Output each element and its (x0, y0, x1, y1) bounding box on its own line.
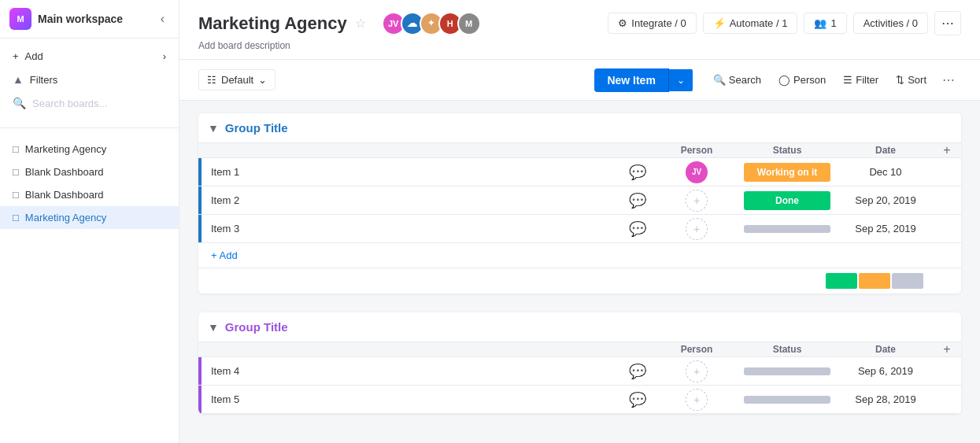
sidebar-divider (0, 127, 179, 128)
summary-working (859, 273, 890, 289)
board-name: Blank Dashboard (25, 166, 104, 178)
row-date: Dec 10 (838, 166, 933, 178)
row-comment[interactable]: 💬 (618, 391, 657, 408)
status-badge[interactable] (744, 367, 830, 375)
row-item-name[interactable]: Item 5 (202, 386, 618, 413)
group-2-chevron[interactable]: ▼ (208, 321, 219, 334)
row-status[interactable]: Done (736, 191, 838, 210)
summary-pills (826, 273, 923, 289)
collapse-button[interactable]: ‹ (156, 10, 169, 28)
view-selector[interactable]: ☷ Default ⌄ (198, 69, 276, 90)
board-avatars: JV ☁ ✦ H M (382, 12, 481, 35)
col-date-header: Date (838, 145, 933, 156)
board-name: Marketing Agency (25, 143, 106, 155)
table-row: Item 1 💬 JV Working on it Dec 10 (198, 158, 961, 186)
automate-button[interactable]: ⚡ Automate / 1 (703, 13, 798, 34)
col-date-header: Date (838, 344, 933, 355)
summary-bar (198, 268, 961, 293)
status-badge[interactable]: Done (744, 191, 830, 210)
row-status[interactable] (736, 225, 838, 233)
sidebar-item-board-4[interactable]: □ Marketing Agency (0, 206, 179, 229)
row-comment[interactable]: 💬 (618, 192, 657, 209)
person-empty-avatar[interactable]: + (686, 218, 708, 240)
col-name-header (202, 144, 618, 157)
board-actions: ⚙ Integrate / 0 ⚡ Automate / 1 👥 1 Activ… (608, 11, 961, 35)
sidebar-item-board-1[interactable]: □ Marketing Agency (0, 138, 179, 161)
filter-button[interactable]: ☰ Filter (835, 69, 886, 90)
people-icon: 👥 (814, 17, 827, 29)
comment-icon[interactable]: 💬 (629, 363, 646, 380)
row-status[interactable] (736, 367, 838, 375)
board-description[interactable]: Add board description (198, 40, 961, 51)
col-add-button[interactable]: + (933, 342, 961, 356)
group-2-header: ▼ Group Title (198, 312, 961, 341)
star-icon[interactable]: ☆ (355, 16, 366, 31)
row-person[interactable]: + (657, 360, 736, 382)
row-person[interactable]: JV (657, 161, 736, 183)
add-row-button[interactable]: + Add (198, 243, 961, 268)
chevron-right-icon: › (163, 50, 166, 62)
table-row: Item 3 💬 + Sep 25, 2019 (198, 215, 961, 243)
add-button[interactable]: + Add › (0, 45, 179, 68)
group-1-chevron[interactable]: ▼ (208, 122, 219, 135)
person-empty-avatar[interactable]: + (686, 190, 708, 212)
brand-avatar: M (9, 8, 31, 30)
person-label: Person (793, 74, 826, 86)
status-badge[interactable]: Working on it (744, 163, 830, 182)
row-status[interactable] (736, 396, 838, 404)
row-comment[interactable]: 💬 (618, 220, 657, 238)
new-item-dropdown-button[interactable]: ⌄ (669, 69, 693, 91)
col-person-header: Person (657, 344, 736, 355)
row-date: Sep 28, 2019 (838, 393, 933, 405)
new-item-button[interactable]: New Item (594, 68, 668, 92)
view-label: Default (221, 74, 253, 86)
board-title-row: Marketing Agency ☆ JV ☁ ✦ H M ⚙ Integrat… (198, 11, 961, 35)
filters-item[interactable]: ▲ Filters (0, 68, 179, 91)
sort-icon: ⇅ (896, 74, 904, 86)
person-button[interactable]: ◯ Person (771, 69, 834, 90)
filters-label: Filters (30, 74, 57, 86)
search-button[interactable]: 🔍 Search (705, 69, 769, 90)
row-person[interactable]: + (657, 218, 736, 240)
comment-icon[interactable]: 💬 (629, 220, 646, 238)
col-status-header: Status (736, 344, 838, 355)
row-status[interactable]: Working on it (736, 163, 838, 182)
row-comment[interactable]: 💬 (618, 363, 657, 380)
search-label: Search (729, 74, 761, 86)
board-title: Marketing Agency (198, 13, 347, 34)
filter-icon: ▲ (13, 73, 24, 86)
toolbar-more-button[interactable]: ⋯ (936, 68, 961, 92)
sidebar-item-board-3[interactable]: □ Blank Dashboard (0, 183, 179, 206)
search-item[interactable]: 🔍 Search boards... (0, 91, 179, 115)
workspace-name: Main workspace (38, 13, 123, 25)
row-person[interactable]: + (657, 389, 736, 411)
row-comment[interactable]: 💬 (618, 164, 657, 181)
row-item-name[interactable]: Item 3 (202, 215, 618, 242)
comment-icon[interactable]: 💬 (629, 164, 646, 181)
row-item-name[interactable]: Item 4 (202, 357, 618, 385)
status-badge[interactable] (744, 225, 830, 233)
sort-button[interactable]: ⇅ Sort (888, 69, 934, 90)
header-more-button[interactable]: ⋯ (934, 11, 961, 35)
activities-button[interactable]: Activities / 0 (853, 13, 928, 34)
comment-icon[interactable]: 💬 (629, 391, 646, 408)
plus-icon: + (13, 50, 19, 62)
person-empty-avatar[interactable]: + (686, 389, 708, 411)
board-icon: □ (13, 212, 19, 223)
comment-icon[interactable]: 💬 (629, 192, 646, 209)
person-empty-avatar[interactable]: + (686, 360, 708, 382)
board-name: Marketing Agency (25, 212, 106, 223)
people-button[interactable]: 👥 1 (804, 13, 846, 34)
board-content: ▼ Group Title Person Status Date + Item … (179, 101, 980, 443)
table-row: Item 2 💬 + Done Sep 20, 2019 (198, 186, 961, 215)
row-item-name[interactable]: Item 2 (202, 186, 618, 214)
row-person[interactable]: + (657, 190, 736, 212)
integrate-button[interactable]: ⚙ Integrate / 0 (608, 13, 696, 34)
sidebar-item-board-2[interactable]: □ Blank Dashboard (0, 161, 179, 183)
row-item-name[interactable]: Item 1 (202, 158, 618, 186)
col-add-button[interactable]: + (933, 143, 961, 157)
sidebar: M Main workspace ‹ + Add › ▲ Filters 🔍 S… (0, 0, 179, 443)
row-date: Sep 25, 2019 (838, 223, 933, 234)
search-icon: 🔍 (13, 97, 26, 109)
status-badge[interactable] (744, 396, 830, 404)
